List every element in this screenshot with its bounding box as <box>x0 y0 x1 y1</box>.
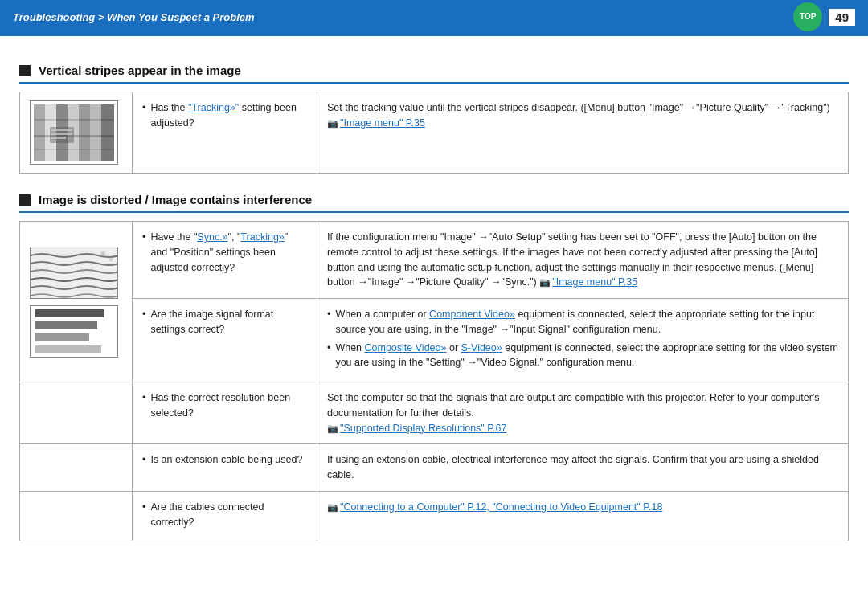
table-row-3: Has the correct resolution been selected… <box>20 382 849 444</box>
image-cell-empty-1 <box>20 382 133 444</box>
connecting-computer-link[interactable]: "Connecting to a Computer" P.12, "Connec… <box>340 501 662 513</box>
svg-rect-13 <box>51 137 66 139</box>
svg-rect-4 <box>79 104 90 161</box>
tracking-link-1[interactable]: "Tracking»" <box>188 102 239 113</box>
sync-link[interactable]: Sync.» <box>197 231 227 243</box>
table-row-1: Have the "Sync.»", "Tracking»" and "Posi… <box>20 222 849 299</box>
image-cell-empty-2 <box>20 444 133 492</box>
main-content: Vertical stripes appear in the image <box>0 36 868 580</box>
question-bullet-5: Is an extension cable being used? <box>142 452 307 468</box>
table-row: Has the "Tracking»" setting been adjuste… <box>20 92 849 174</box>
section-distorted-table: Have the "Sync.»", "Tracking»" and "Posi… <box>19 221 849 541</box>
answer-text-1: Set the tracking value until the vertica… <box>327 102 830 113</box>
image-cell <box>20 92 133 174</box>
question-bullet-4: Has the correct resolution been selected… <box>142 390 307 421</box>
image-menu-link-1[interactable]: "Image menu" P.35 <box>340 117 425 129</box>
answer-cell-3: When a computer or Component Video» equi… <box>317 299 849 382</box>
answer-bullet-2: When Composite Video» or S-Video» equipm… <box>327 341 838 371</box>
answer-text-4: Set the computer so that the signals tha… <box>327 392 819 419</box>
tracking-link-2[interactable]: Tracking» <box>240 231 284 243</box>
wavy-svg <box>31 247 118 299</box>
page-header: Troubleshooting > When You Suspect a Pro… <box>0 0 868 34</box>
breadcrumb-separator: > <box>95 11 107 23</box>
question-cell-5: Is an extension cable being used? <box>133 444 317 492</box>
question-cell: Has the "Tracking»" setting been adjuste… <box>133 92 317 174</box>
top-button[interactable]: TOP <box>793 2 822 31</box>
svg-rect-5 <box>90 104 101 161</box>
stripes-image <box>30 100 118 165</box>
question-bullet-3: Are the image signal format settings cor… <box>142 307 307 337</box>
breadcrumb: Troubleshooting > When You Suspect a Pro… <box>13 11 255 23</box>
bar-4 <box>35 345 101 353</box>
question-cell-4: Has the correct resolution been selected… <box>133 382 317 444</box>
supported-display-link[interactable]: "Supported Display Resolutions" P.67 <box>340 423 506 434</box>
question-bullet: Has the "Tracking»" setting been adjuste… <box>142 100 307 131</box>
bar-3 <box>35 333 89 341</box>
svg-rect-6 <box>101 104 114 161</box>
answer-cell-5: If using an extension cable, electrical … <box>317 444 849 492</box>
svg-rect-12 <box>51 133 72 135</box>
camera-icon-3: 📷 <box>327 422 338 435</box>
answer-cell: Set the tracking value until the vertica… <box>317 92 849 174</box>
camera-icon-1: 📷 <box>327 116 338 130</box>
svideo-link[interactable]: S-Video» <box>461 342 502 353</box>
svg-rect-0 <box>34 104 45 161</box>
camera-icon-4: 📷 <box>327 501 338 514</box>
section-icon-2 <box>19 194 31 206</box>
section-vertical-stripes-title: Vertical stripes appear in the image <box>39 63 241 77</box>
svg-rect-9 <box>34 149 114 150</box>
stripes-svg <box>34 104 114 161</box>
wavy-image <box>30 247 118 299</box>
section-vertical-stripes-heading: Vertical stripes appear in the image <box>19 63 849 84</box>
image-menu-link-2[interactable]: "Image menu" P.35 <box>552 276 637 288</box>
bar-2 <box>35 321 97 329</box>
composite-video-link[interactable]: Composite Video» <box>365 342 447 353</box>
breadcrumb-part2: When You Suspect a Problem <box>107 11 254 23</box>
answer-bullet-1: When a computer or Component Video» equi… <box>327 307 838 337</box>
image-cell-2 <box>20 222 133 382</box>
question-bullet-2: Have the "Sync.»", "Tracking»" and "Posi… <box>142 230 307 275</box>
image-cell-empty-3 <box>20 491 133 541</box>
question-cell-3: Are the image signal format settings cor… <box>133 299 317 382</box>
table-row-2: Are the image signal format settings cor… <box>20 299 849 382</box>
component-video-link-1[interactable]: Component Video» <box>429 309 515 320</box>
question-bullet-6: Are the cables connected correctly? <box>142 500 307 530</box>
question-cell-2: Have the "Sync.»", "Tracking»" and "Posi… <box>133 222 317 299</box>
breadcrumb-part1: Troubleshooting <box>13 11 95 23</box>
answer-cell-2: If the configuration menu "Image" →"Auto… <box>317 222 849 299</box>
camera-icon-2: 📷 <box>539 276 551 289</box>
svg-point-16 <box>109 258 113 261</box>
question-cell-6: Are the cables connected correctly? <box>133 491 317 541</box>
svg-rect-11 <box>51 129 72 131</box>
answer-text-5: If using an extension cable, electrical … <box>327 454 819 480</box>
svg-point-15 <box>100 251 105 256</box>
header-right: TOP 49 <box>793 2 855 31</box>
page-number: 49 <box>829 9 855 26</box>
section-distorted-heading: Image is distorted / Image contains inte… <box>19 193 849 213</box>
section-vertical-stripes-table: Has the "Tracking»" setting been adjuste… <box>19 92 849 174</box>
table-row-4: Is an extension cable being used? If usi… <box>20 444 849 492</box>
answer-cell-6: 📷"Connecting to a Computer" P.12, "Conne… <box>317 491 849 541</box>
svg-rect-7 <box>34 119 114 121</box>
table-row-5: Are the cables connected correctly? 📷"Co… <box>20 491 849 541</box>
bar-1 <box>35 309 104 317</box>
answer-cell-4: Set the computer so that the signals tha… <box>317 382 849 444</box>
section-icon <box>19 65 31 76</box>
section-distorted-title: Image is distorted / Image contains inte… <box>39 193 312 206</box>
bars-image <box>30 305 118 358</box>
